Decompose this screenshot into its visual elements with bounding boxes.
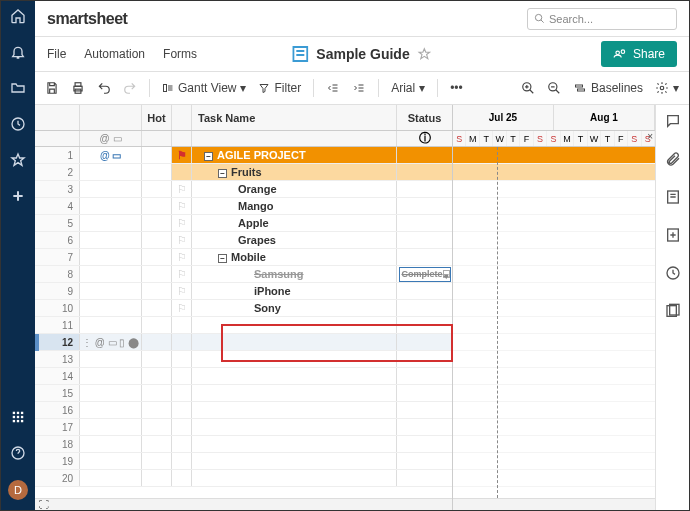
grid-subheader: @▭ ⓘ <box>35 131 452 147</box>
menu-forms[interactable]: Forms <box>163 47 197 61</box>
table-row[interactable]: 7⚐−Mobile <box>35 249 452 266</box>
col-status-header[interactable]: Status <box>397 105 452 130</box>
status-dropdown[interactable]: Complete▾ <box>399 267 451 282</box>
content-area: Hot Task Name Status @▭ ⓘ 1@▭⚑−AGILE PRO… <box>35 105 689 510</box>
gantt-month: Aug 1 <box>554 105 655 130</box>
sheet-title-wrap: Sample Guide <box>292 46 431 62</box>
more-button[interactable]: ••• <box>450 81 463 95</box>
svg-rect-7 <box>13 420 15 422</box>
bottom-scroll[interactable]: ⛶ <box>35 498 452 510</box>
table-row[interactable]: 17 <box>35 419 452 436</box>
activity-log-icon[interactable] <box>665 303 681 323</box>
table-row[interactable]: 4⚐Mango <box>35 198 452 215</box>
gantt-day: F <box>615 131 628 146</box>
table-row[interactable]: 2−Fruits <box>35 164 452 181</box>
indent-button[interactable] <box>352 82 366 94</box>
baselines-button[interactable]: Baselines <box>573 81 643 95</box>
right-rail <box>655 105 689 510</box>
svg-rect-1 <box>13 412 15 414</box>
table-row[interactable]: 6⚐Grapes <box>35 232 452 249</box>
logo: smartsheet <box>47 10 127 28</box>
table-row[interactable]: 18 <box>35 436 452 453</box>
svg-rect-2 <box>17 412 19 414</box>
table-row[interactable]: 20 <box>35 470 452 487</box>
gantt-day: S <box>534 131 547 146</box>
comments-icon[interactable] <box>665 113 681 133</box>
zoom-in-button[interactable] <box>521 81 535 95</box>
menu-file[interactable]: File <box>47 47 66 61</box>
avatar[interactable]: D <box>8 480 28 500</box>
search-placeholder: Search... <box>549 13 593 25</box>
close-gantt-icon[interactable]: × <box>647 131 653 142</box>
star-icon[interactable] <box>9 151 27 169</box>
gantt-month-header: Jul 25Aug 1 <box>453 105 655 131</box>
today-line <box>497 147 498 498</box>
table-row[interactable]: 12⋮ @ ▭ ▯ ⬤ <box>35 334 452 351</box>
svg-point-15 <box>616 51 620 55</box>
table-row[interactable]: 9⚐iPhone <box>35 283 452 300</box>
table-row[interactable]: 16 <box>35 402 452 419</box>
menubar: File Automation Forms Sample Guide Share <box>35 37 689 71</box>
table-row[interactable]: 11 <box>35 317 452 334</box>
svg-rect-5 <box>17 416 19 418</box>
gantt-body[interactable] <box>453 147 655 498</box>
proofs-icon[interactable] <box>665 189 681 209</box>
folder-icon[interactable] <box>9 79 27 97</box>
col-task-header[interactable]: Task Name <box>192 105 397 130</box>
bell-icon[interactable] <box>9 43 27 61</box>
favorite-star-icon[interactable] <box>418 47 432 61</box>
gantt-day: M <box>561 131 574 146</box>
svg-rect-4 <box>13 416 15 418</box>
table-row[interactable]: 15 <box>35 385 452 402</box>
font-dropdown[interactable]: Arial ▾ <box>391 81 425 95</box>
svg-point-11 <box>535 14 541 20</box>
table-row[interactable]: 8⚐SamsungComplete▾ <box>35 266 452 283</box>
table-row[interactable]: 1@▭⚑−AGILE PROJECT <box>35 147 452 164</box>
svg-rect-9 <box>21 420 23 422</box>
nav-rail: D <box>1 1 35 510</box>
save-button[interactable] <box>45 81 59 95</box>
svg-point-16 <box>621 50 625 54</box>
table-row[interactable]: 19 <box>35 453 452 470</box>
gantt-month: Jul 25 <box>453 105 554 130</box>
svg-rect-23 <box>575 85 582 87</box>
table-row[interactable]: 13 <box>35 351 452 368</box>
view-dropdown[interactable]: Gantt View ▾ <box>162 81 246 95</box>
table-row[interactable]: 10⚐Sony <box>35 300 452 317</box>
table-row[interactable]: 5⚐Apple <box>35 215 452 232</box>
print-button[interactable] <box>71 81 85 95</box>
gantt-day: T <box>574 131 587 146</box>
redo-button[interactable] <box>123 81 137 95</box>
undo-button[interactable] <box>97 81 111 95</box>
table-row[interactable]: 3⚐Orange <box>35 181 452 198</box>
add-icon[interactable] <box>9 187 27 205</box>
gantt-day: T <box>601 131 614 146</box>
zoom-out-button[interactable] <box>547 81 561 95</box>
attachments-icon[interactable] <box>665 151 681 171</box>
filter-button[interactable]: Filter <box>258 81 301 95</box>
col-hot-header[interactable]: Hot <box>142 105 172 130</box>
gantt-panel: Jul 25Aug 1 SMTWTFSSMTWTFSS× <box>453 105 655 510</box>
update-request-icon[interactable] <box>665 227 681 247</box>
gantt-day: S <box>547 131 560 146</box>
expand-icon[interactable]: ⛶ <box>35 499 49 510</box>
gantt-scroll[interactable] <box>453 498 655 510</box>
gantt-day: S <box>628 131 641 146</box>
recent-icon[interactable] <box>9 115 27 133</box>
settings-button[interactable]: ▾ <box>655 81 679 95</box>
help-icon[interactable] <box>9 444 27 462</box>
table-row[interactable]: 14 <box>35 368 452 385</box>
search-input[interactable]: Search... <box>527 8 677 30</box>
gantt-day: W <box>588 131 601 146</box>
column-info-icon[interactable]: ⓘ <box>397 131 452 146</box>
gantt-day: M <box>466 131 479 146</box>
outdent-button[interactable] <box>326 82 340 94</box>
menu-automation[interactable]: Automation <box>84 47 145 61</box>
publish-icon[interactable] <box>665 265 681 285</box>
home-icon[interactable] <box>9 7 27 25</box>
gantt-day: W <box>493 131 506 146</box>
share-button[interactable]: Share <box>601 41 677 67</box>
apps-icon[interactable] <box>9 408 27 426</box>
gantt-day: T <box>480 131 493 146</box>
sheet-title[interactable]: Sample Guide <box>316 46 409 62</box>
